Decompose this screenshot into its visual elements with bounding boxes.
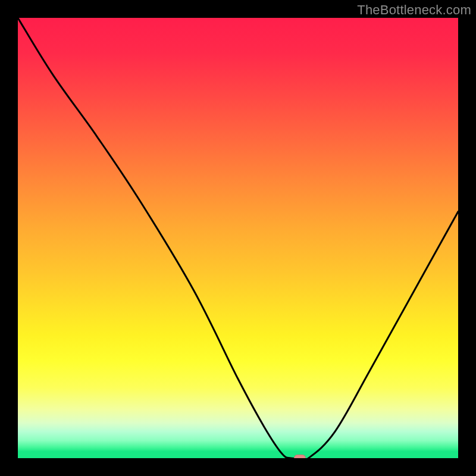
chart-container: TheBottleneck.com [0,0,476,476]
bottleneck-curve [18,18,458,458]
plot-area [18,18,458,458]
optimal-point-marker [294,455,306,458]
watermark-text: TheBottleneck.com [357,2,471,18]
